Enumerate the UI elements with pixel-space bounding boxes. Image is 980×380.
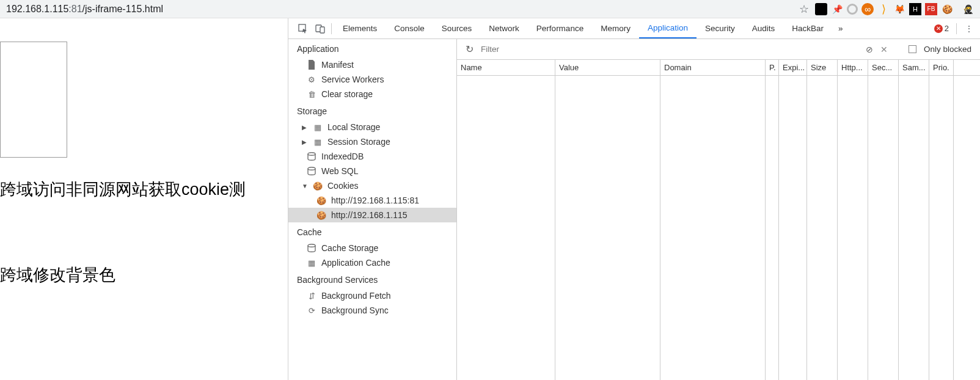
column-header[interactable]: Domain <box>660 60 766 75</box>
sidebar-item-cookies[interactable]: ▼ 🍪 Cookies <box>288 178 456 193</box>
filter-input[interactable] <box>481 45 858 54</box>
database-icon <box>307 166 316 176</box>
trash-icon: 🗑 <box>307 89 316 99</box>
sidebar-item-service-workers[interactable]: ⚙ Service Workers <box>288 72 456 87</box>
column-body <box>555 76 660 380</box>
tab-elements[interactable]: Elements <box>334 18 386 38</box>
collapse-icon: ▼ <box>302 183 308 189</box>
column-header[interactable]: Http... <box>838 60 868 75</box>
cookies-panel: ↻ ⊘ ✕ Only blocked NameValueDomainP.Expi… <box>457 39 980 380</box>
page-heading-bgcolor: 跨域修改背景色 <box>0 264 115 286</box>
page-viewport: 跨域访问非同源网站获取cookie测 跨域修改背景色 <box>0 18 288 380</box>
extension-icon[interactable] <box>815 3 827 15</box>
cookie-icon[interactable]: 🍪 <box>941 3 953 15</box>
grid-icon: ▦ <box>313 122 323 132</box>
extension-icon[interactable] <box>847 4 858 15</box>
application-sidebar: Application Manifest ⚙ Service Workers 🗑… <box>288 39 457 380</box>
sidebar-section-storage: Storage <box>288 101 456 120</box>
url-text[interactable]: 192.168.1.115:81/js-iframe-115.html <box>6 4 163 15</box>
cookies-table-body <box>457 76 980 380</box>
column-body <box>929 76 954 380</box>
column-body <box>868 76 899 380</box>
column-body <box>457 76 555 380</box>
tab-console[interactable]: Console <box>386 18 433 38</box>
svg-point-5 <box>308 244 315 247</box>
sidebar-item-indexeddb[interactable]: IndexedDB <box>288 149 456 164</box>
tab-audits[interactable]: Audits <box>744 18 784 38</box>
refresh-icon[interactable]: ↻ <box>466 43 474 55</box>
column-body <box>779 76 807 380</box>
sidebar-section-application: Application <box>288 39 456 57</box>
sidebar-item-websql[interactable]: Web SQL <box>288 164 456 178</box>
extensions-tray: 📌 ∞ ⟩ 🦊 H FB 🍪 🥷 <box>815 3 974 15</box>
svg-rect-2 <box>320 27 324 33</box>
sidebar-item-cache-storage[interactable]: Cache Storage <box>288 241 456 255</box>
svg-point-3 <box>308 153 315 155</box>
filter-bar: ↻ ⊘ ✕ Only blocked <box>457 39 980 60</box>
sidebar-section-cache: Cache <box>288 222 456 241</box>
sidebar-cookie-origin[interactable]: 🍪 http://192.168.1.115 <box>288 208 456 222</box>
sidebar-item-clear-storage[interactable]: 🗑 Clear storage <box>288 87 456 101</box>
expand-icon: ▶ <box>302 139 308 145</box>
column-header[interactable]: P. <box>766 60 779 75</box>
tab-sources[interactable]: Sources <box>433 18 481 38</box>
cookie-icon: 🍪 <box>316 210 326 220</box>
column-body <box>766 76 779 380</box>
more-tabs-icon[interactable]: » <box>832 24 849 33</box>
block-icon[interactable]: ⊘ <box>866 45 873 54</box>
tab-performance[interactable]: Performance <box>528 18 592 38</box>
tab-network[interactable]: Network <box>480 18 528 38</box>
tab-security[interactable]: Security <box>697 18 744 38</box>
sidebar-item-manifest[interactable]: Manifest <box>288 57 456 72</box>
column-header[interactable]: Size <box>807 60 838 75</box>
gear-icon: ⚙ <box>307 75 316 84</box>
extension-icon[interactable]: 🦊 <box>893 3 905 15</box>
error-icon: ✕ <box>934 24 943 33</box>
column-body <box>838 76 868 380</box>
sidebar-item-bg-fetch[interactable]: ⇵ Background Fetch <box>288 288 456 303</box>
iframe-placeholder <box>0 42 67 158</box>
column-body <box>660 76 766 380</box>
devtools-menu-icon[interactable]: ⋮ <box>964 24 974 34</box>
cookie-icon: 🍪 <box>313 181 323 191</box>
extension-icon[interactable]: FB <box>925 3 937 15</box>
column-header[interactable]: Prio. <box>929 60 954 75</box>
only-blocked-checkbox[interactable] <box>909 45 916 53</box>
grid-icon: ▦ <box>307 258 316 268</box>
sidebar-item-session-storage[interactable]: ▶ ▦ Session Storage <box>288 134 456 149</box>
pin-icon[interactable]: 📌 <box>831 3 843 15</box>
expand-icon: ▶ <box>302 124 308 131</box>
grid-icon: ▦ <box>313 137 323 147</box>
cookies-table-header: NameValueDomainP.Expi...SizeHttp...Sec..… <box>457 60 980 76</box>
column-header[interactable]: Sam... <box>899 60 929 75</box>
database-icon <box>307 243 316 253</box>
clear-icon[interactable]: ✕ <box>880 45 888 54</box>
sidebar-cookie-origin[interactable]: 🍪 http://192.168.1.115:81 <box>288 193 456 208</box>
column-header[interactable]: Sec... <box>868 60 899 75</box>
svg-point-4 <box>308 167 315 170</box>
extension-icon[interactable]: ∞ <box>861 3 874 15</box>
extension-icon[interactable]: H <box>909 3 921 15</box>
tab-application[interactable]: Application <box>639 18 697 38</box>
inspect-element-icon[interactable] <box>294 20 312 37</box>
extension-icon[interactable]: 🥷 <box>962 3 974 15</box>
sidebar-item-bg-sync[interactable]: ⟳ Background Sync <box>288 303 456 318</box>
tab-hackbar[interactable]: HackBar <box>783 18 832 38</box>
rss-icon[interactable]: ⟩ <box>877 3 890 15</box>
sidebar-item-local-storage[interactable]: ▶ ▦ Local Storage <box>288 120 456 134</box>
error-count[interactable]: ✕ 2 <box>934 24 949 33</box>
bookmark-star-icon[interactable]: ☆ <box>799 2 809 16</box>
sidebar-item-application-cache[interactable]: ▦ Application Cache <box>288 255 456 270</box>
page-heading-cookie: 跨域访问非同源网站获取cookie测 <box>0 178 246 200</box>
devtools-panel: Elements Console Sources Network Perform… <box>288 18 980 380</box>
toggle-device-icon[interactable] <box>312 20 329 37</box>
column-header[interactable]: Name <box>457 60 555 75</box>
file-icon <box>307 60 316 70</box>
column-body <box>899 76 929 380</box>
column-header[interactable]: Expi... <box>779 60 807 75</box>
database-icon <box>307 152 316 161</box>
tab-memory[interactable]: Memory <box>592 18 639 38</box>
column-header[interactable]: Value <box>555 60 660 75</box>
refresh-icon: ⟳ <box>307 305 316 315</box>
only-blocked-label: Only blocked <box>924 45 971 54</box>
